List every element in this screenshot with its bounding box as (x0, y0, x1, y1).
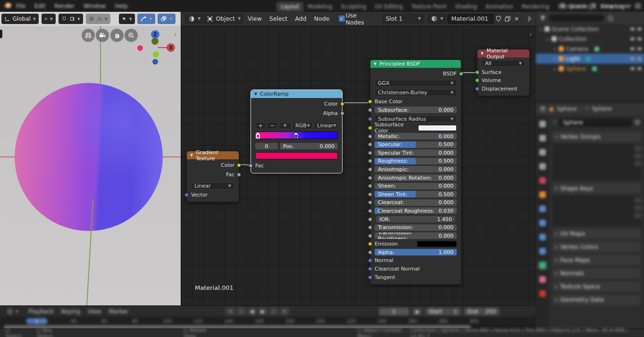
output-target-dropdown[interactable]: All▼ (482, 60, 525, 67)
pivot-point-dropdown[interactable]: ▼ (42, 14, 56, 24)
mesh-name-field[interactable]: Sphere (559, 118, 631, 127)
node-colorramp[interactable]: ▼ ColorRamp Color Alpha + − ▼ RGB▼ Linea… (251, 90, 343, 173)
properties-tab-8[interactable] (539, 234, 546, 240)
menu-playback[interactable]: Playback (28, 308, 54, 315)
panel-header-texture-space[interactable]: ▸Texture Space (552, 281, 641, 292)
panel-header-face-maps[interactable]: ▸Face Maps (552, 255, 641, 265)
workspace-tab-layout[interactable]: Layout (276, 2, 303, 12)
socket-subsurface-color-input[interactable] (368, 126, 372, 130)
panel-header-geometry-data[interactable]: ▸Geometry Data (552, 295, 641, 305)
expand-arrow-icon[interactable]: ▸ (554, 47, 556, 51)
list-buttons[interactable] (635, 146, 641, 166)
hide-icon[interactable] (630, 47, 635, 50)
node-header[interactable]: ▼ Material Output (477, 49, 529, 58)
socket-specular-input[interactable] (368, 142, 372, 147)
material-slot-dropdown[interactable]: Slot 1 ▼ (382, 14, 424, 24)
bsdf-slider-sheen[interactable]: Sheen:0.000 (375, 183, 457, 189)
bsdf-dropdown-christensen-burley[interactable]: Christensen-Burley▼ (375, 89, 457, 96)
outliner-row-sphere[interactable]: ▸Sphere (536, 64, 644, 74)
gizmo-axis-z-neg-ball[interactable] (152, 59, 158, 65)
visibility-toggles[interactable] (630, 27, 642, 31)
breadcrumb-data[interactable]: Sphere (592, 106, 612, 112)
socket-volume-input[interactable] (475, 78, 479, 82)
menu-node[interactable]: Node (310, 15, 333, 22)
shader-type-dropdown[interactable]: Object ▼ (204, 14, 244, 24)
overlays-toggle[interactable]: ▼ (158, 14, 176, 24)
sphere-object[interactable] (15, 83, 163, 231)
panel-header-vertex-groups[interactable]: ▾Vertex Groups (552, 132, 641, 142)
menu-marker[interactable]: Marker (109, 308, 128, 315)
hide-icon[interactable] (630, 67, 635, 70)
socket-specular-tint-input[interactable] (368, 151, 372, 155)
gear-icon[interactable]: ⚙ (634, 118, 641, 127)
hide-icon[interactable] (630, 37, 635, 41)
menu-add[interactable]: Add (291, 15, 310, 22)
bsdf-dropdown-ggx[interactable]: GGX▼ (375, 80, 457, 87)
node-canvas[interactable]: ▼ Gradient Texture Color Fac Linear▼ Vec… (181, 26, 536, 305)
visibility-toggles[interactable] (630, 67, 642, 70)
socket-ior-input[interactable] (368, 217, 372, 222)
gizmo-axis-y-pos-ball[interactable] (153, 51, 159, 58)
remove-button[interactable] (635, 153, 641, 159)
proportional-edit-controls[interactable]: ▼ (86, 14, 110, 24)
stop-color-swatch[interactable] (255, 152, 338, 159)
remove-stop-button[interactable]: − (267, 122, 277, 129)
viewport-3d[interactable]: Z X ‹ (0, 26, 181, 305)
socket-fac-output[interactable] (237, 173, 241, 177)
add-stop-button[interactable]: + (255, 122, 266, 129)
material-name-field[interactable]: Material.001 (447, 14, 494, 24)
unlink-material-button[interactable]: ✕ (512, 14, 521, 24)
filter-funnel-icon[interactable] (540, 15, 546, 21)
socket-sheen-input[interactable] (368, 184, 372, 188)
gizmo-axis-x-ball[interactable]: X (167, 43, 175, 52)
socket-subsurface-radius-input[interactable] (368, 117, 372, 121)
collapse-triangle-icon[interactable]: ▼ (374, 62, 376, 66)
outliner-row-scene-collection[interactable]: ▸Scene Collection (536, 24, 644, 34)
menu-keying[interactable]: Keying (61, 308, 80, 315)
frame-end-field[interactable]: End 250 (464, 308, 500, 315)
add-button[interactable] (635, 146, 641, 151)
frame-start-field[interactable]: Start 1 (425, 308, 461, 315)
gradient-type-dropdown[interactable]: Linear▼ (191, 182, 234, 189)
socket-transmission-input[interactable] (368, 225, 372, 230)
gizmos-toggle[interactable]: ▼ (137, 14, 155, 24)
bsdf-slider-sheen-tint[interactable]: Sheen Tint:0.500 (375, 191, 457, 197)
ramp-stop-0[interactable] (256, 132, 260, 139)
visibility-toggles[interactable] (630, 47, 642, 50)
outliner-search-input[interactable] (549, 15, 604, 22)
bsdf-slider-clearcoat-roughness[interactable]: Clearcoat Roughness:0.030 (375, 207, 457, 214)
socket-vector-input[interactable] (184, 193, 189, 197)
panel-header-uv-maps[interactable]: ▸UV Maps (552, 229, 641, 239)
node-header[interactable]: ▼ ColorRamp (251, 90, 342, 98)
timeline-ruler[interactable]: 1 20406080100120140160180200220240260280… (0, 317, 535, 325)
socket-sheen-tint-input[interactable] (368, 192, 372, 197)
bsdf-slider-clearcoat[interactable]: Clearcoat:0.000 (375, 199, 457, 206)
socket-clearcoat-input[interactable] (368, 200, 372, 205)
socket-base-color-input[interactable] (368, 99, 372, 104)
panel-header-normals[interactable]: ▸Normals (552, 268, 641, 279)
menu-file[interactable]: File (16, 3, 25, 9)
color-swatch-emission[interactable] (417, 241, 457, 247)
menu-view[interactable]: View (88, 308, 101, 315)
filter-icon[interactable]: ⌄ (635, 3, 641, 9)
socket-roughness-input[interactable] (368, 159, 372, 163)
socket-metallic-input[interactable] (368, 134, 372, 139)
browse-material-button[interactable]: ▼ (428, 14, 446, 24)
specials-button[interactable] (635, 213, 641, 218)
specials-button[interactable] (635, 161, 641, 166)
bsdf-slider-alpha[interactable]: Alpha:1.000 (375, 249, 457, 255)
play-reverse-button[interactable]: ◀ (247, 307, 257, 315)
node-header[interactable]: ▼ Gradient Texture (187, 151, 239, 159)
transform-orientation-dropdown[interactable]: Global ▼ (1, 14, 39, 24)
socket-displacement-input[interactable] (475, 87, 479, 91)
bsdf-slider-specular[interactable]: Specular:0.500 (375, 141, 457, 148)
breadcrumb-object[interactable]: Sphere (557, 106, 577, 112)
workspace-tab-animation[interactable]: Animation (481, 2, 518, 12)
gizmo-axis-x-neg-ball[interactable] (137, 45, 143, 51)
editor-type-dropdown[interactable]: ▼ (185, 14, 204, 24)
menu-view[interactable]: View (244, 15, 266, 22)
play-button[interactable]: ▶ (258, 307, 268, 315)
menu-help[interactable]: Help (115, 3, 127, 9)
socket-emission-input[interactable] (368, 242, 372, 246)
outliner-filter-icon[interactable] (607, 15, 613, 21)
